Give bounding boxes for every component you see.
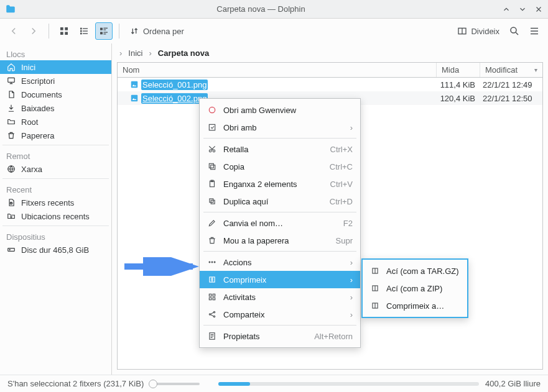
- svg-point-36: [209, 262, 210, 263]
- chevron-right-icon: ›: [149, 48, 151, 58]
- table-row[interactable]: Selecció_001.png 111,4 KiB 22/1/21 12:49: [118, 78, 542, 91]
- column-modified[interactable]: Modificat ▾: [480, 63, 542, 77]
- view-details-button[interactable]: [95, 22, 113, 40]
- svg-rect-5: [83, 28, 88, 29]
- menu-share[interactable]: Comparteix ›: [200, 306, 360, 323]
- view-compact-button[interactable]: [75, 22, 93, 40]
- section-places: Llocs: [0, 46, 111, 60]
- menu-duplicate[interactable]: Duplica aquí Ctrl+D: [200, 193, 360, 210]
- menu-properties[interactable]: Propietats Alt+Retorn: [200, 327, 360, 345]
- hamburger-menu-button[interactable]: [526, 22, 543, 40]
- menu-trash[interactable]: Mou a la paperera Supr: [200, 232, 360, 249]
- network-icon: [6, 164, 16, 174]
- sidebar-item-recent-files[interactable]: Fitxers recents: [0, 196, 111, 209]
- menu-paste[interactable]: Enganxa 2 elements Ctrl+V: [200, 175, 360, 193]
- menu-copy[interactable]: Copia Ctrl+C: [200, 158, 360, 175]
- sidebar-item-recent-locations[interactable]: Ubicacions recents: [0, 209, 111, 223]
- svg-rect-11: [103, 28, 108, 29]
- status-selection: S'han seleccionat 2 fitxers (231,7 KiB): [7, 379, 144, 388]
- file-size: 111,4 KiB: [437, 80, 480, 89]
- copy-icon: [207, 162, 217, 171]
- compress-icon: [207, 275, 217, 285]
- menu-label: Propietats: [223, 332, 308, 341]
- svg-rect-15: [103, 34, 106, 34]
- svg-rect-13: [100, 32, 103, 34]
- menu-rename[interactable]: Canvia el nom… F2: [200, 214, 360, 232]
- breadcrumb-home[interactable]: Inici: [126, 47, 145, 59]
- svg-point-17: [511, 27, 516, 33]
- menu-separator: [203, 325, 356, 326]
- archive-icon: [370, 266, 380, 276]
- menu-activities[interactable]: Activitats ›: [200, 288, 360, 306]
- svg-rect-31: [209, 163, 213, 168]
- svg-rect-24: [131, 81, 138, 88]
- sidebar-item-desktop[interactable]: Escriptori: [0, 74, 111, 88]
- context-menu[interactable]: Obri amb Gwenview Obri amb › Retalla Ctr…: [199, 98, 361, 348]
- menu-separator: [203, 138, 356, 139]
- trash-icon: [6, 130, 16, 140]
- sidebar-item-root[interactable]: Root: [0, 115, 111, 129]
- open-with-icon: [207, 122, 217, 132]
- sidebar-item-label: Disc dur 465,8 GiB: [21, 245, 89, 255]
- close-button[interactable]: [534, 5, 543, 14]
- archive-icon: [370, 301, 380, 311]
- view-icons-button[interactable]: [55, 22, 73, 40]
- menu-open-with[interactable]: Obri amb ›: [200, 119, 360, 136]
- svg-point-26: [209, 107, 215, 112]
- sidebar-item-downloads[interactable]: Baixades: [0, 101, 111, 115]
- menu-label: Comprimeix: [223, 275, 344, 285]
- submenu-zip[interactable]: Ací (com a ZIP): [363, 280, 467, 297]
- menu-label: Obri amb: [223, 123, 344, 132]
- zoom-slider[interactable]: [150, 383, 212, 385]
- section-remote: Remot: [0, 148, 111, 162]
- folder-icon: [5, 4, 16, 15]
- menu-label: Copia: [223, 162, 323, 171]
- recent-locations-icon: [6, 211, 16, 221]
- svg-rect-10: [100, 28, 103, 30]
- svg-point-21: [11, 216, 12, 217]
- svg-point-38: [214, 262, 215, 263]
- chevron-right-icon: ›: [119, 48, 122, 58]
- forward-button[interactable]: [25, 22, 42, 40]
- sidebar-item-label: Escriptori: [21, 76, 55, 86]
- svg-rect-6: [80, 30, 82, 32]
- section-recent: Recent: [0, 181, 111, 196]
- separator: [49, 24, 49, 39]
- split-button[interactable]: Divideix: [453, 22, 503, 40]
- menu-label: Accions: [223, 258, 344, 267]
- breadcrumb-current[interactable]: Carpeta nova: [156, 47, 211, 59]
- sidebar-item-home[interactable]: Inici: [0, 60, 111, 74]
- submenu-compress-to[interactable]: Comprimeix a…: [363, 297, 467, 314]
- back-button[interactable]: [5, 22, 22, 40]
- column-size[interactable]: Mida: [437, 63, 480, 77]
- archive-icon: [370, 283, 380, 293]
- search-button[interactable]: [506, 22, 523, 40]
- column-name[interactable]: Nom: [118, 63, 437, 77]
- svg-rect-22: [8, 248, 15, 252]
- menu-actions[interactable]: Accions ›: [200, 253, 360, 271]
- menu-label: Retalla: [223, 145, 324, 154]
- compress-submenu[interactable]: Ací (com a TAR.GZ) Ací (com a ZIP) Compr…: [361, 258, 468, 318]
- menu-compress[interactable]: Comprimeix ›: [200, 271, 360, 288]
- sidebar-item-documents[interactable]: Documents: [0, 88, 111, 101]
- menu-label: Mou a la paperera: [223, 236, 330, 245]
- submenu-tar[interactable]: Ací (com a TAR.GZ): [363, 262, 467, 280]
- sort-button[interactable]: Ordena per: [126, 22, 188, 40]
- svg-rect-9: [83, 33, 88, 34]
- actions-icon: [207, 257, 217, 267]
- svg-point-45: [213, 311, 215, 312]
- menu-label: Enganxa 2 elements: [223, 180, 324, 189]
- sidebar-item-label: Root: [21, 117, 38, 127]
- maximize-button[interactable]: [518, 5, 527, 14]
- minimize-button[interactable]: [502, 5, 511, 14]
- places-panel: Llocs Inici Escriptori Documents Baixade…: [0, 43, 112, 375]
- sidebar-item-trash[interactable]: Paperera: [0, 129, 111, 142]
- svg-rect-12: [103, 29, 106, 30]
- sidebar-item-disk[interactable]: Disc dur 465,8 GiB: [0, 243, 111, 257]
- sidebar-item-label: Inici: [21, 63, 35, 72]
- menu-open-gwenview[interactable]: Obri amb Gwenview: [200, 101, 360, 119]
- sidebar-item-network[interactable]: Xarxa: [0, 162, 111, 176]
- menu-shortcut: Alt+Retorn: [314, 332, 353, 341]
- menu-cut[interactable]: Retalla Ctrl+X: [200, 140, 360, 158]
- svg-rect-14: [103, 32, 108, 32]
